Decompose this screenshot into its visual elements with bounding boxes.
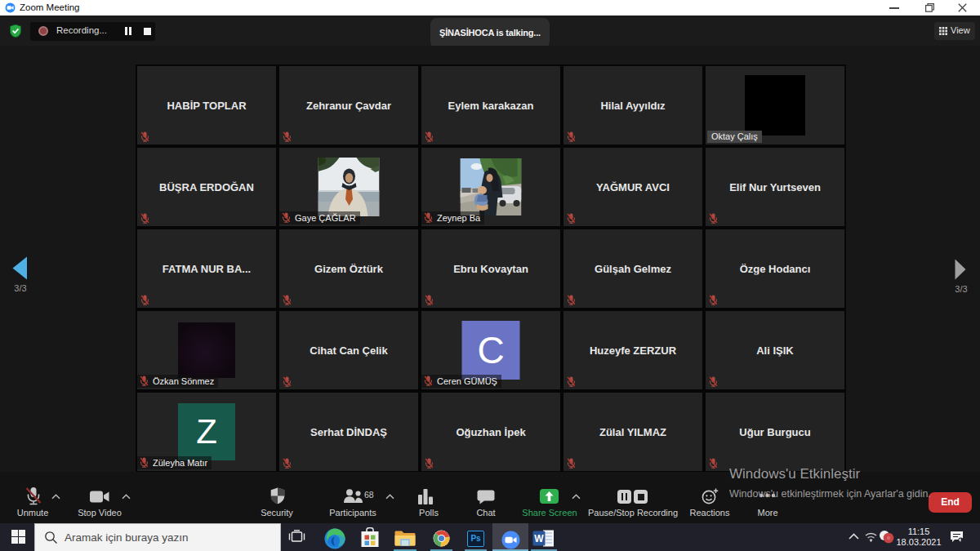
svg-text:W: W: [534, 533, 544, 544]
